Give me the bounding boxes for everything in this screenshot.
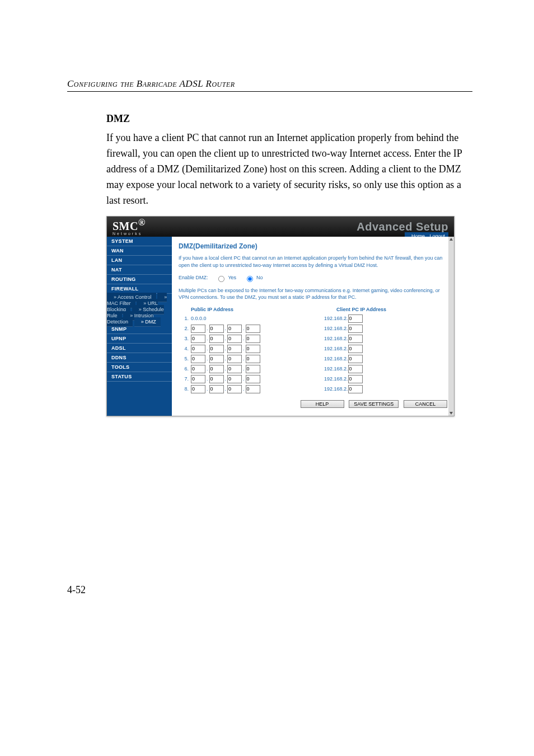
row-index: 7. (179, 376, 191, 382)
row-index: 5. (179, 356, 191, 361)
running-head: Configuring the Barricade ADSL Router (67, 78, 472, 92)
client-ip-prefix: 192.168.2. (324, 376, 348, 382)
public-ip-octet[interactable] (227, 345, 242, 353)
scrollbar[interactable] (448, 237, 454, 415)
public-ip-octet[interactable] (227, 355, 242, 363)
panel-title: DMZ(Demilitarized Zone) (179, 242, 447, 250)
sidebar-item-system[interactable]: SYSTEM (107, 237, 172, 246)
enable-dmz-no-label[interactable]: No (243, 275, 263, 280)
sidebar-item-routing[interactable]: ROUTING (107, 275, 172, 284)
public-ip-octet[interactable] (246, 325, 260, 333)
client-ip-octet[interactable] (348, 375, 363, 383)
page-number: 4-52 (67, 584, 472, 596)
sidebar-item-lan[interactable]: LAN (107, 256, 172, 265)
sidebar-item-status[interactable]: STATUS (107, 372, 172, 382)
public-ip-octet[interactable] (227, 375, 242, 383)
row-index: 8. (179, 386, 191, 392)
smc-logo: SMC® Networks (113, 218, 146, 236)
public-ip-octet[interactable] (191, 355, 205, 363)
public-ip-octet[interactable] (246, 385, 260, 393)
cancel-button[interactable]: CANCEL (404, 400, 447, 408)
client-ip-octet[interactable] (348, 314, 363, 323)
public-ip-octet[interactable] (209, 335, 224, 343)
public-ip-octet[interactable] (227, 325, 242, 333)
router-header: SMC® Networks Advanced Setup (107, 217, 454, 237)
table-row: 8....192.168.2. (179, 385, 447, 393)
sidebar: SYSTEM WAN LAN NAT ROUTING FIREWALL » Ac… (107, 237, 172, 415)
sidebar-sub-dmz[interactable]: » DMZ (134, 317, 161, 327)
public-ip-octet[interactable] (246, 345, 260, 353)
logo-main: SMC (113, 220, 138, 232)
help-button[interactable]: HELP (301, 400, 344, 408)
dmz-table-body: 1.0.0.0.0192.168.2.2....192.168.2.3....1… (179, 314, 447, 393)
public-ip-octet[interactable] (191, 385, 205, 393)
row-index: 1. (179, 316, 191, 321)
public-ip-octet[interactable] (209, 355, 224, 363)
client-ip-cell: 192.168.2. (324, 375, 447, 383)
client-ip-cell: 192.168.2. (324, 355, 447, 363)
table-header: Public IP Address Client PC IP Address (179, 307, 447, 312)
client-ip-octet[interactable] (348, 325, 363, 333)
public-ip-octet[interactable] (209, 345, 224, 353)
table-row: 4....192.168.2. (179, 345, 447, 353)
client-ip-octet[interactable] (348, 345, 363, 353)
enable-dmz-yes-label[interactable]: Yes (215, 275, 236, 280)
public-ip-octet[interactable] (191, 365, 205, 373)
button-row: HELP SAVE SETTINGS CANCEL (179, 400, 447, 408)
public-ip-octet[interactable] (227, 385, 242, 393)
logo-reg: ® (138, 217, 146, 228)
public-ip-octet[interactable] (246, 335, 260, 343)
table-row: 5....192.168.2. (179, 355, 447, 363)
main-panel: DMZ(Demilitarized Zone) If you have a lo… (172, 237, 454, 415)
client-ip-octet[interactable] (348, 385, 363, 393)
public-ip-octet[interactable] (191, 375, 205, 383)
client-ip-prefix: 192.168.2. (324, 356, 348, 361)
client-ip-prefix: 192.168.2. (324, 326, 348, 331)
public-ip-octet[interactable] (227, 335, 242, 343)
sidebar-item-tools[interactable]: TOOLS (107, 363, 172, 372)
enable-dmz-label: Enable DMZ: (179, 275, 208, 280)
public-ip-octet[interactable] (191, 345, 205, 353)
sidebar-item-wan[interactable]: WAN (107, 246, 172, 256)
col-client-ip: Client PC IP Address (336, 307, 447, 312)
sidebar-item-nat[interactable]: NAT (107, 265, 172, 275)
public-ip-octet[interactable] (209, 385, 224, 393)
enable-dmz-yes-radio[interactable] (218, 276, 224, 282)
public-ip-octet[interactable] (246, 355, 260, 363)
public-ip-octet[interactable] (191, 335, 205, 343)
enable-dmz-row: Enable DMZ: Yes No (179, 274, 447, 283)
table-row: 2....192.168.2. (179, 325, 447, 333)
public-ip-octet[interactable] (246, 375, 260, 383)
row-index: 3. (179, 336, 191, 341)
public-ip-cell: ... (191, 385, 324, 393)
public-ip-octet[interactable] (246, 365, 260, 373)
table-row: 6....192.168.2. (179, 365, 447, 373)
col-public-ip: Public IP Address (179, 307, 336, 312)
client-ip-octet[interactable] (348, 365, 363, 373)
public-ip-cell: ... (191, 365, 324, 373)
public-ip-octet[interactable] (191, 325, 205, 333)
row-index: 2. (179, 326, 191, 331)
sidebar-item-adsl[interactable]: ADSL (107, 344, 172, 353)
sidebar-item-upnp[interactable]: UPnP (107, 334, 172, 344)
client-ip-octet[interactable] (348, 335, 363, 343)
public-ip-cell: ... (191, 345, 324, 353)
public-ip-octet[interactable] (209, 365, 224, 373)
public-ip-cell: ... (191, 355, 324, 363)
enable-dmz-no-radio[interactable] (247, 276, 253, 282)
running-head-text: Configuring the Barricade ADSL Router (67, 78, 235, 89)
client-ip-prefix: 192.168.2. (324, 366, 348, 372)
product-name: Advanced Setup (357, 220, 448, 233)
panel-desc: If you have a local client PC that canno… (179, 255, 447, 269)
client-ip-octet[interactable] (348, 355, 363, 363)
row-index: 4. (179, 346, 191, 351)
public-ip-octet[interactable] (209, 375, 224, 383)
table-row: 1.0.0.0.0192.168.2. (179, 314, 447, 323)
client-ip-cell: 192.168.2. (324, 314, 447, 323)
sidebar-item-ddns[interactable]: DDNS (107, 353, 172, 363)
client-ip-prefix: 192.168.2. (324, 346, 348, 351)
public-ip-octet[interactable] (227, 365, 242, 373)
public-ip-octet[interactable] (209, 325, 224, 333)
section-title: DMZ (106, 113, 472, 125)
save-settings-button[interactable]: SAVE SETTINGS (349, 400, 399, 408)
